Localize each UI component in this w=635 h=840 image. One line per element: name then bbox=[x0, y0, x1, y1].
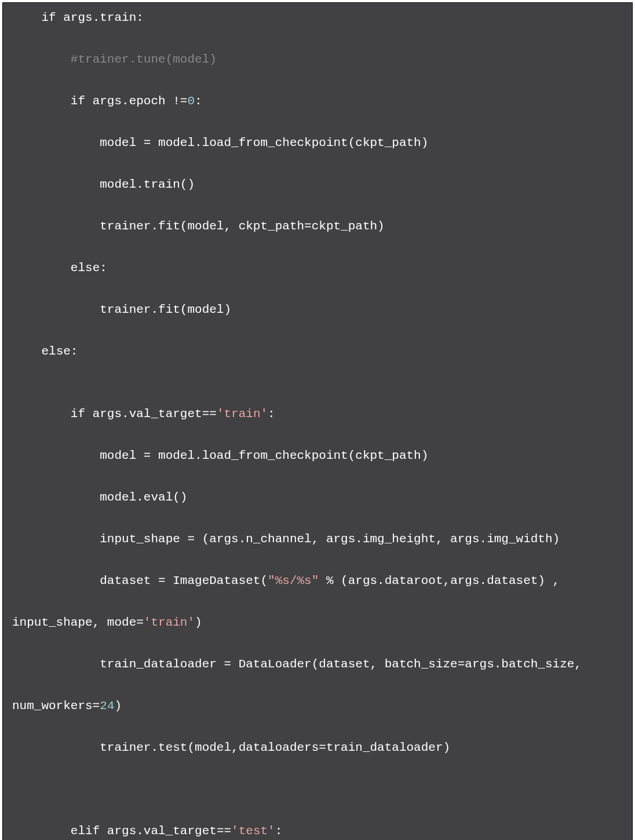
code-line: input_shape = (args.n_channel, args.img_… bbox=[3, 529, 632, 550]
code-line: model.eval() bbox=[3, 487, 632, 508]
code-token: trainer.test(model,dataloaders=train_dat… bbox=[12, 741, 450, 754]
code-token: args.train: bbox=[56, 11, 144, 24]
code-token: : bbox=[100, 261, 107, 275]
code-token: num_workers= bbox=[12, 699, 100, 713]
code-line: if args.epoch !=0: bbox=[3, 91, 632, 112]
code-line: model = model.load_from_checkpoint(ckpt_… bbox=[3, 445, 632, 466]
code-token: input_shape = (args.n_channel, args.img_… bbox=[12, 532, 560, 546]
code-token bbox=[12, 824, 71, 838]
code-token bbox=[12, 11, 41, 24]
code-token: model.eval() bbox=[12, 491, 187, 504]
code-token bbox=[12, 261, 71, 275]
code-line: elif args.val_target=='test': bbox=[3, 821, 632, 840]
code-token: model = model.load_from_checkpoint(ckpt_… bbox=[12, 136, 428, 149]
code-token: : bbox=[275, 824, 283, 838]
code-line: #trainer.tune(model) bbox=[3, 49, 632, 70]
code-line: train_dataloader = DataLoader(dataset, b… bbox=[3, 654, 632, 675]
code-line: input_shape, mode='train') bbox=[3, 612, 632, 633]
code-token bbox=[12, 345, 41, 358]
code-token: input_shape, mode= bbox=[12, 616, 144, 629]
code-line: trainer.test(model,dataloaders=train_dat… bbox=[3, 737, 632, 758]
code-line: trainer.fit(model, ckpt_path=ckpt_path) bbox=[3, 216, 632, 237]
code-token: 0 bbox=[187, 94, 195, 108]
code-token: 'test' bbox=[231, 824, 275, 838]
code-block: if args.train: #trainer.tune(model) if a… bbox=[2, 2, 633, 840]
code-token: args.val_target== bbox=[100, 824, 231, 838]
code-line: num_workers=24) bbox=[3, 696, 632, 717]
code-token: if bbox=[71, 407, 85, 421]
code-token: "%s/%s" bbox=[268, 574, 319, 587]
code-token: : bbox=[268, 407, 275, 421]
code-line: trainer.fit(model) bbox=[3, 300, 632, 320]
code-token: 'train' bbox=[217, 407, 268, 421]
code-token: train_dataloader = DataLoader(dataset, b… bbox=[12, 658, 589, 671]
code-token bbox=[12, 407, 71, 421]
code-token: ) bbox=[195, 616, 202, 629]
code-line: dataset = ImageDataset("%s/%s" % (args.d… bbox=[3, 571, 632, 591]
code-token: #trainer.tune(model) bbox=[71, 53, 217, 66]
code-token: 24 bbox=[100, 699, 114, 713]
code-line: else: bbox=[3, 341, 632, 362]
code-token: trainer.fit(model) bbox=[12, 303, 231, 316]
code-line: if args.val_target=='train': bbox=[3, 404, 632, 425]
code-token: trainer.fit(model, ckpt_path=ckpt_path) bbox=[12, 220, 385, 233]
code-token: if bbox=[41, 11, 56, 24]
code-token bbox=[12, 53, 71, 66]
code-token: ) bbox=[114, 699, 122, 713]
code-token: : bbox=[71, 345, 78, 358]
code-token: args.val_target== bbox=[85, 407, 217, 421]
code-token: % (args.dataroot,args.dataset) , bbox=[319, 574, 567, 587]
code-token: elif bbox=[71, 824, 100, 838]
code-token: : bbox=[195, 94, 202, 108]
code-line: model = model.load_from_checkpoint(ckpt_… bbox=[3, 133, 632, 154]
code-token: dataset = ImageDataset( bbox=[12, 574, 268, 587]
code-token: model.train() bbox=[12, 178, 195, 191]
code-token: if bbox=[71, 94, 85, 108]
code-token: 'train' bbox=[144, 616, 195, 629]
code-token: else bbox=[71, 261, 100, 275]
code-token bbox=[12, 94, 71, 108]
code-line: else: bbox=[3, 258, 632, 279]
code-token: model = model.load_from_checkpoint(ckpt_… bbox=[12, 449, 428, 462]
code-token: else bbox=[41, 345, 70, 358]
code-line: model.train() bbox=[3, 174, 632, 195]
code-line: if args.train: bbox=[3, 8, 632, 28]
code-token: args.epoch != bbox=[85, 94, 187, 108]
